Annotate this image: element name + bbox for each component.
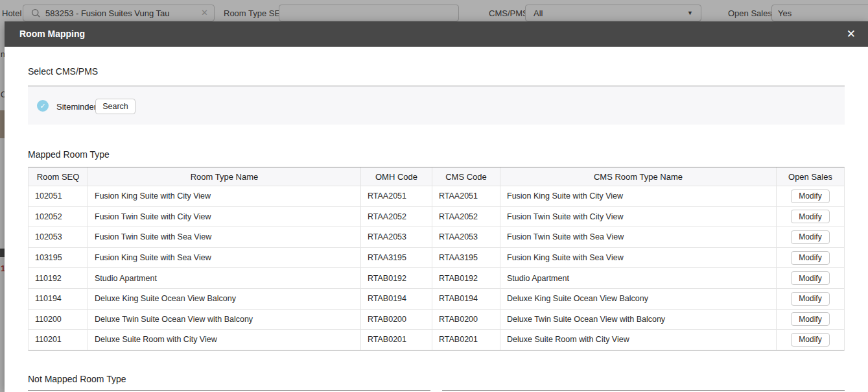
cell-room-type-name: Fusion King Suite with City View: [88, 186, 361, 206]
modify-button[interactable]: Modify: [791, 312, 830, 326]
check-circle-icon[interactable]: ✓: [37, 100, 49, 112]
cell-open-sales: Modify: [777, 186, 844, 206]
mapped-room-type-heading: Mapped Room Type: [28, 149, 110, 160]
search-button[interactable]: Search: [95, 99, 135, 114]
screen: Hotel* 583253 - Fusion Suites Vung Tau ✕…: [0, 0, 868, 392]
cell-omh-code: RTAA2052: [361, 207, 432, 227]
cell-omh-code: RTAB0201: [361, 330, 432, 350]
cell-omh-code: RTAB0200: [361, 310, 432, 330]
cell-cms-code: RTAA2052: [432, 207, 500, 227]
cell-room-type-name: Deluxe Twin Suite Ocean View with Balcon…: [88, 310, 361, 330]
provider-name: Siteminder: [56, 102, 97, 112]
cell-open-sales: Modify: [777, 289, 844, 309]
modify-button[interactable]: Modify: [791, 333, 830, 347]
modal-header: Room Mapping ✕: [5, 21, 868, 47]
cell-room-type-name: Fusion Twin Suite with City View: [88, 207, 361, 227]
cell-room-type-name: Deluxe Suite Room with City View: [88, 330, 361, 350]
cell-room-seq: 103195: [29, 248, 88, 268]
not-mapped-left-table-edge: [28, 390, 430, 391]
room-mapping-modal: Room Mapping ✕ Select CMS/PMS ✓ Sitemind…: [5, 21, 868, 392]
cell-room-type-name: Studio Apartment: [88, 268, 361, 288]
cell-open-sales: Modify: [777, 310, 844, 330]
cell-room-seq: 110194: [29, 289, 88, 309]
cell-cms-code: RTAB0194: [432, 289, 500, 309]
cell-open-sales: Modify: [777, 330, 844, 350]
column-header: CMS Code: [432, 167, 500, 186]
table-row: 110194Deluxe King Suite Ocean View Balco…: [29, 288, 844, 309]
table-row: 110200Deluxe Twin Suite Ocean View with …: [29, 309, 844, 330]
modify-button[interactable]: Modify: [791, 210, 830, 223]
cell-cms-room-type-name: Deluxe King Suite Ocean View Balcony: [500, 289, 777, 309]
table-row: 110201Deluxe Suite Room with City ViewRT…: [29, 329, 844, 350]
cell-room-seq: 110200: [29, 310, 88, 330]
cell-cms-code: RTAB0192: [432, 268, 500, 288]
cell-open-sales: Modify: [777, 248, 844, 268]
cell-omh-code: RTAA3195: [361, 248, 432, 268]
cell-cms-room-type-name: Deluxe Twin Suite Ocean View with Balcon…: [500, 310, 777, 330]
mapped-room-type-table: Room SEQRoom Type NameOMH CodeCMS CodeCM…: [28, 167, 845, 350]
cell-cms-code: RTAA3195: [432, 248, 500, 268]
cell-cms-code: RTAB0200: [432, 310, 500, 330]
cell-open-sales: Modify: [777, 268, 844, 288]
column-header: CMS Room Type Name: [500, 167, 777, 186]
cell-omh-code: RTAB0194: [361, 289, 432, 309]
provider-panel: ✓ Siteminder Search: [28, 86, 845, 125]
cell-room-seq: 102053: [29, 227, 88, 247]
cell-cms-code: RTAA2051: [432, 186, 500, 206]
cell-cms-room-type-name: Fusion King Suite with Sea View: [500, 248, 777, 268]
cell-cms-room-type-name: Deluxe Suite Room with City View: [500, 330, 777, 350]
table-row: 102052Fusion Twin Suite with City ViewRT…: [29, 206, 844, 227]
cell-cms-room-type-name: Fusion Twin Suite with City View: [500, 207, 777, 227]
modify-button[interactable]: Modify: [791, 271, 830, 285]
not-mapped-room-type-heading: Not Mapped Room Type: [28, 374, 126, 384]
table-row: 102051Fusion King Suite with City ViewRT…: [29, 186, 844, 206]
close-icon[interactable]: ✕: [847, 21, 856, 47]
column-header: Open Sales: [777, 167, 844, 186]
cell-cms-room-type-name: Fusion King Suite with City View: [500, 186, 777, 206]
modify-button[interactable]: Modify: [791, 251, 830, 265]
cell-cms-code: RTAB0201: [432, 330, 500, 350]
cell-open-sales: Modify: [777, 227, 844, 247]
column-header: OMH Code: [361, 167, 432, 186]
modify-button[interactable]: Modify: [791, 230, 830, 244]
table-body: 102051Fusion King Suite with City ViewRT…: [29, 186, 844, 350]
cell-room-seq: 102051: [29, 186, 88, 206]
cell-room-seq: 110192: [29, 268, 88, 288]
modal-title: Room Mapping: [19, 21, 85, 47]
column-header: Room Type Name: [88, 167, 361, 186]
cell-open-sales: Modify: [777, 207, 844, 227]
cell-cms-code: RTAA2053: [432, 227, 500, 247]
table-row: 103195Fusion King Suite with Sea ViewRTA…: [29, 247, 844, 268]
cell-omh-code: RTAA2051: [361, 186, 432, 206]
cell-room-seq: 102052: [29, 207, 88, 227]
table-header-row: Room SEQRoom Type NameOMH CodeCMS CodeCM…: [29, 167, 844, 186]
cell-room-type-name: Fusion Twin Suite with Sea View: [88, 227, 361, 247]
cell-room-type-name: Deluxe King Suite Ocean View Balcony: [88, 289, 361, 309]
cell-room-type-name: Fusion King Suite with Sea View: [88, 248, 361, 268]
modify-button[interactable]: Modify: [791, 190, 830, 203]
select-cms-pms-heading: Select CMS/PMS: [28, 66, 98, 77]
cell-cms-room-type-name: Studio Apartment: [500, 268, 777, 288]
cell-omh-code: RTAA2053: [361, 227, 432, 247]
modify-button[interactable]: Modify: [791, 292, 830, 306]
cell-room-seq: 110201: [29, 330, 88, 350]
cell-cms-room-type-name: Fusion Twin Suite with Sea View: [500, 227, 777, 247]
column-header: Room SEQ: [29, 167, 88, 186]
cell-omh-code: RTAB0192: [361, 268, 432, 288]
table-row: 102053Fusion Twin Suite with Sea ViewRTA…: [29, 227, 844, 247]
table-row: 110192Studio ApartmentRTAB0192RTAB0192St…: [29, 267, 844, 288]
not-mapped-right-table-edge: [442, 390, 845, 391]
